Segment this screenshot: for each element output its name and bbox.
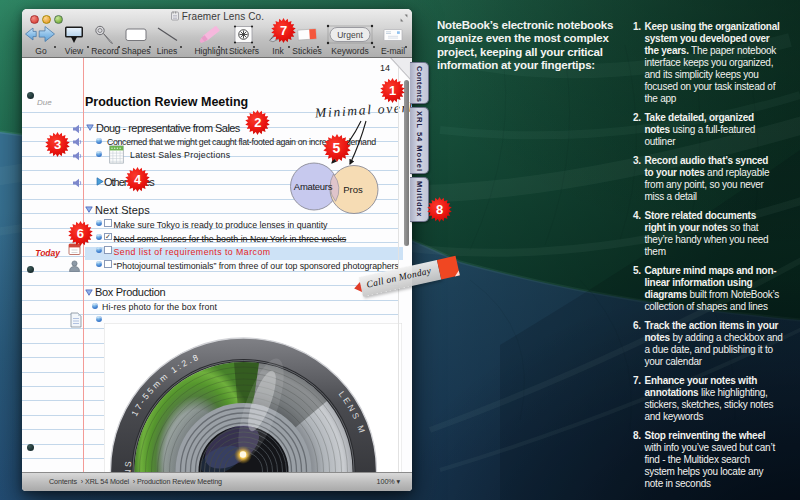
svg-text:Amateurs: Amateurs — [294, 181, 333, 192]
svg-text:Urgent: Urgent — [337, 30, 363, 40]
svg-text:ENS: ENS — [123, 458, 134, 472]
svg-text:Pros: Pros — [343, 184, 363, 195]
